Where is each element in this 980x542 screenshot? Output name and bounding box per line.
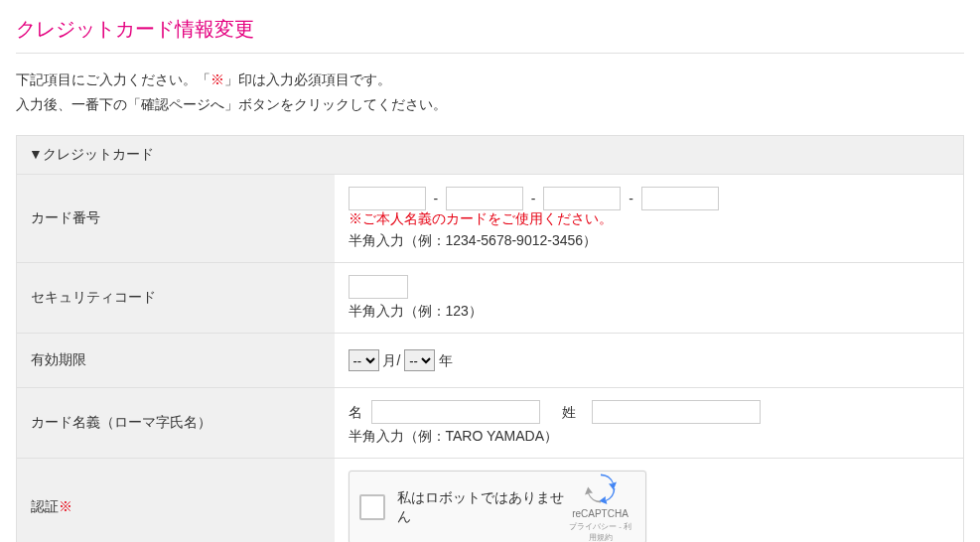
security-code-input[interactable] bbox=[349, 275, 408, 299]
card-number-field: - - - ※ご本人名義のカードをご使用ください。 半角入力（例：1234-56… bbox=[335, 175, 964, 263]
security-code-hint: 半角入力（例：123） bbox=[349, 303, 950, 321]
card-sep: - bbox=[531, 191, 536, 206]
card-name-label: カード名義（ローマ字氏名） bbox=[17, 388, 335, 459]
recaptcha-checkbox[interactable] bbox=[359, 494, 385, 520]
card-name-field: 名 姓 半角入力（例：TARO YAMADA） bbox=[335, 388, 964, 459]
card-number-hint: 半角入力（例：1234-5678-9012-3456） bbox=[349, 232, 950, 250]
required-mark: ※ bbox=[210, 71, 224, 87]
security-code-label: セキュリティコード bbox=[17, 263, 335, 334]
first-name-label: 名 bbox=[349, 404, 362, 420]
recaptcha-icon bbox=[585, 473, 617, 504]
recaptcha-text: 私はロボットではありません bbox=[397, 488, 566, 526]
section-header: ▼クレジットカード bbox=[17, 136, 964, 175]
card-number-input-1[interactable] bbox=[349, 187, 426, 210]
expiry-month-select[interactable]: -- bbox=[349, 349, 379, 371]
expiry-year-suffix: 年 bbox=[439, 352, 453, 368]
captcha-field: 私はロボットではありません reCAPTCHA プライバシー - 利用規約 bbox=[335, 459, 964, 542]
credit-card-form: ▼クレジットカード カード番号 - - - ※ご本人名義のカードをご使用ください… bbox=[16, 135, 964, 542]
page-title: クレジットカード情報変更 bbox=[16, 16, 964, 54]
card-number-input-4[interactable] bbox=[641, 187, 719, 210]
card-number-input-2[interactable] bbox=[446, 187, 523, 210]
expiry-month-suffix: 月/ bbox=[382, 352, 400, 368]
security-code-field: 半角入力（例：123） bbox=[335, 263, 964, 334]
last-name-label: 姓 bbox=[562, 404, 576, 420]
expiry-field: -- 月/ -- 年 bbox=[335, 334, 964, 388]
card-number-input-3[interactable] bbox=[543, 187, 621, 210]
instructions-block: 下記項目にご入力ください。「※」印は入力必須項目です。 入力後、一番下の「確認ペ… bbox=[16, 68, 964, 117]
first-name-input[interactable] bbox=[371, 400, 540, 424]
last-name-input[interactable] bbox=[592, 400, 761, 424]
card-sep: - bbox=[629, 191, 633, 206]
expiry-year-select[interactable]: -- bbox=[404, 349, 435, 371]
expiry-label: 有効期限 bbox=[17, 334, 335, 388]
card-number-warning: ※ご本人名義のカードをご使用ください。 bbox=[349, 210, 950, 228]
instruction-line1-suffix: 」印は入力必須項目です。 bbox=[224, 71, 391, 87]
recaptcha-widget[interactable]: 私はロボットではありません reCAPTCHA プライバシー - 利用規約 bbox=[349, 471, 646, 542]
card-number-label: カード番号 bbox=[17, 175, 335, 263]
card-name-hint: 半角入力（例：TARO YAMADA） bbox=[349, 428, 950, 446]
card-sep: - bbox=[433, 191, 438, 206]
recaptcha-branding: reCAPTCHA プライバシー - 利用規約 bbox=[566, 473, 635, 542]
instruction-line1-prefix: 下記項目にご入力ください。「 bbox=[16, 71, 210, 87]
captcha-label: 認証※ bbox=[17, 459, 335, 542]
instruction-line2: 入力後、一番下の「確認ページへ」ボタンをクリックしてください。 bbox=[16, 96, 447, 112]
